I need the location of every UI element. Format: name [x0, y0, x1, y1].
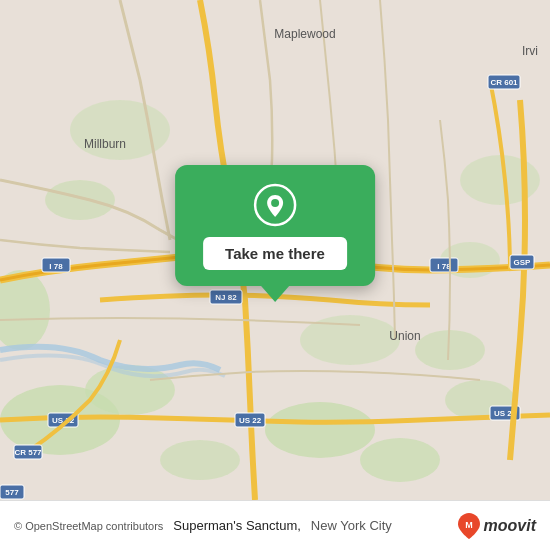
svg-point-41 — [271, 199, 279, 207]
svg-text:I 78: I 78 — [49, 262, 63, 271]
svg-text:GSP: GSP — [514, 258, 532, 267]
moovit-pin-icon: M — [458, 513, 480, 539]
info-bar: © OpenStreetMap contributors Superman's … — [0, 500, 550, 550]
svg-point-4 — [360, 438, 440, 482]
map-container: I 78 I 78 I7 NJ 82 US 22 US 22 US 22 CR … — [0, 0, 550, 500]
svg-text:577: 577 — [5, 488, 19, 497]
svg-point-3 — [265, 402, 375, 458]
svg-point-12 — [70, 100, 170, 160]
svg-text:CR 577: CR 577 — [14, 448, 42, 457]
popup-tail — [261, 286, 289, 302]
take-me-there-button[interactable]: Take me there — [203, 237, 347, 270]
osm-attribution: © OpenStreetMap contributors — [14, 520, 163, 532]
location-name: Superman's Sanctum, — [173, 518, 301, 533]
svg-text:Maplewood: Maplewood — [274, 27, 335, 41]
svg-point-11 — [460, 155, 540, 205]
popup-box: Take me there — [175, 165, 375, 286]
svg-point-8 — [45, 180, 115, 220]
moovit-logo: M moovit — [458, 513, 536, 539]
svg-point-6 — [160, 440, 240, 480]
svg-text:CR 601: CR 601 — [490, 78, 518, 87]
svg-text:Union: Union — [389, 329, 420, 343]
location-city: New York City — [311, 518, 392, 533]
svg-text:US 22: US 22 — [239, 416, 262, 425]
svg-text:Irvi: Irvi — [522, 44, 538, 58]
map-popup: Take me there — [175, 165, 375, 302]
svg-text:Millburn: Millburn — [84, 137, 126, 151]
moovit-brand-label: moovit — [484, 517, 536, 535]
svg-text:M: M — [465, 520, 473, 530]
location-pin-icon — [253, 183, 297, 227]
